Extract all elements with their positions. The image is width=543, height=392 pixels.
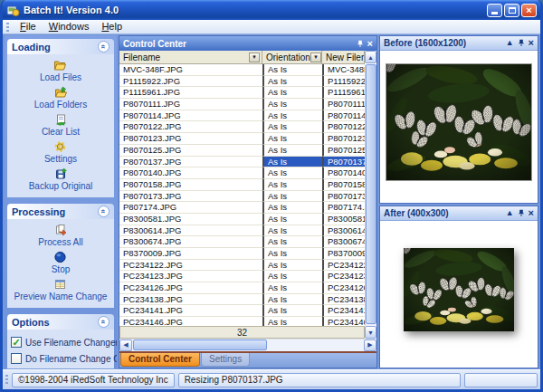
cell-new-filename[interactable]: PC234126.JPG	[322, 282, 365, 294]
scroll-right-button[interactable]: ▶	[364, 339, 376, 351]
cell-filename[interactable]: P8070122.JPG	[119, 121, 262, 133]
load-folders-button[interactable]: Load Folders	[34, 86, 87, 110]
checkbox-icon[interactable]: ✓	[11, 353, 22, 364]
cell-filename[interactable]: P8070111.JPG	[119, 99, 262, 110]
option-use-filename-changer[interactable]: ✓ Use Filename Changer	[11, 337, 117, 348]
scroll-left-button[interactable]: ◀	[119, 339, 132, 351]
stop-button[interactable]: Stop	[52, 251, 71, 274]
cell-new-filename[interactable]: PC234146.JPG	[322, 317, 365, 326]
cell-new-filename[interactable]: MVC-348F.JPG	[322, 64, 365, 76]
vertical-scrollbar-thumb[interactable]	[366, 64, 376, 324]
backup-original-button[interactable]: Backup Original	[29, 167, 93, 191]
close-button[interactable]: ×	[521, 4, 537, 17]
chevron-up-icon[interactable]: «	[98, 206, 110, 217]
cell-orientation[interactable]: As Is	[262, 110, 322, 122]
cell-filename[interactable]: PC234126.JPG	[119, 282, 262, 294]
cell-new-filename[interactable]: PC234141.JPG	[322, 305, 365, 317]
cell-new-filename[interactable]: P8070137.JPG	[322, 157, 365, 168]
scroll-down-button[interactable]: ▼	[365, 326, 376, 339]
menu-help[interactable]: Help	[95, 20, 129, 33]
column-header-new-filename[interactable]: New Filename	[322, 51, 365, 64]
pin-icon[interactable]	[518, 39, 525, 47]
table-row[interactable]: P1115922.JPGAs IsP1115922.JPG	[119, 76, 365, 88]
cell-new-filename[interactable]: P8070111.JPG	[322, 99, 365, 110]
menu-file[interactable]: File	[14, 20, 43, 33]
option-do-filename-change-only[interactable]: ✓ Do Filename Change Only	[11, 353, 117, 364]
column-header-filename[interactable]: Filename ▼	[119, 51, 262, 64]
table-row[interactable]: P8070111.JPGAs IsP8070111.JPG	[119, 99, 365, 110]
cell-orientation[interactable]: As Is	[262, 87, 322, 99]
scroll-up-button[interactable]: ▲	[365, 51, 376, 63]
table-row[interactable]: P8070122.JPGAs IsP8070122.JPG	[119, 121, 365, 133]
cell-orientation[interactable]: As Is	[262, 305, 322, 317]
cell-new-filename[interactable]: P8070125.JPG	[322, 145, 365, 157]
cell-filename[interactable]: P8070140.JPG	[119, 167, 262, 179]
menubar-grip[interactable]	[6, 23, 9, 32]
section-processing-header[interactable]: Processing «	[7, 204, 114, 219]
settings-button[interactable]: Settings	[44, 140, 77, 164]
cell-filename[interactable]: P8070137.JPG	[119, 157, 262, 168]
cell-new-filename[interactable]: P807174.JPG	[322, 202, 365, 214]
cell-filename[interactable]: PC234122.JPG	[119, 260, 262, 272]
cell-orientation[interactable]: As Is	[262, 121, 322, 133]
collapse-icon[interactable]: ▲	[506, 39, 514, 47]
cell-new-filename[interactable]: P8070158.JPG	[322, 179, 365, 191]
cell-orientation[interactable]: As Is	[262, 236, 322, 248]
table-row[interactable]: PC234141.JPGAs IsPC234141.JPG	[119, 305, 365, 317]
cell-filename[interactable]: P8070125.JPG	[119, 145, 262, 157]
table-row[interactable]: P8070173.JPGAs IsP8070173.JPG	[119, 191, 365, 203]
cell-orientation[interactable]: As Is	[262, 225, 322, 237]
cell-new-filename[interactable]: P8370009.JPG	[322, 248, 365, 260]
cell-new-filename[interactable]: P8070114.JPG	[322, 110, 365, 122]
section-loading-header[interactable]: Loading «	[7, 39, 114, 54]
cell-orientation[interactable]: As Is	[262, 317, 322, 326]
cell-filename[interactable]: P8300581.JPG	[119, 214, 262, 225]
cell-new-filename[interactable]: P8070123.JPG	[322, 133, 365, 145]
cell-orientation[interactable]: As Is	[262, 248, 322, 260]
cell-orientation[interactable]: As Is	[262, 260, 322, 272]
cell-new-filename[interactable]: P1115961.JPG	[322, 87, 365, 99]
cell-filename[interactable]: P1115961.JPG	[119, 87, 262, 99]
cell-orientation[interactable]: As Is	[262, 157, 322, 168]
cell-new-filename[interactable]: P8300581.JPG	[322, 214, 365, 225]
cell-orientation[interactable]: As Is	[262, 99, 322, 110]
table-row[interactable]: P8070123.JPGAs IsP8070123.JPG	[119, 133, 365, 145]
table-row[interactable]: PC234123.JPGAs IsPC234123.JPG	[119, 271, 365, 282]
cell-orientation[interactable]: As Is	[262, 282, 322, 294]
table-row[interactable]: P8070158.JPGAs IsP8070158.JPG	[119, 179, 365, 191]
cell-orientation[interactable]: As Is	[262, 202, 322, 214]
cell-orientation[interactable]: As Is	[262, 294, 322, 306]
horizontal-scrollbar-thumb[interactable]	[133, 339, 267, 350]
table-row[interactable]: P8070137.JPGAs IsP8070137.JPG	[119, 157, 365, 168]
cell-new-filename[interactable]: P8070140.JPG	[322, 167, 365, 179]
cell-new-filename[interactable]: PC234138.JPG	[322, 294, 365, 306]
table-row[interactable]: PC234146.JPGAs IsPC234146.JPG	[119, 317, 365, 326]
cell-orientation[interactable]: As Is	[262, 76, 322, 88]
cell-filename[interactable]: P8070114.JPG	[119, 110, 262, 122]
table-row[interactable]: MVC-348F.JPGAs IsMVC-348F.JPG	[119, 64, 365, 76]
cell-orientation[interactable]: As Is	[262, 133, 322, 145]
cell-filename[interactable]: PC234123.JPG	[119, 271, 262, 282]
minimize-button[interactable]	[487, 4, 502, 17]
menu-windows[interactable]: Windows	[43, 20, 96, 33]
table-row[interactable]: P807174.JPGAs IsP807174.JPG	[119, 202, 365, 214]
table-row[interactable]: P8070140.JPGAs IsP8070140.JPG	[119, 167, 365, 179]
table-row[interactable]: P1115961.JPGAs IsP1115961.JPG	[119, 87, 365, 99]
cell-orientation[interactable]: As Is	[262, 179, 322, 191]
tab-control-center[interactable]: Control Center	[120, 353, 200, 367]
cell-filename[interactable]: PC234141.JPG	[119, 305, 262, 317]
clear-list-button[interactable]: Clear List	[42, 113, 80, 137]
cell-new-filename[interactable]: PC234123.JPG	[322, 271, 365, 282]
table-row[interactable]: P8070114.JPGAs IsP8070114.JPG	[119, 110, 365, 122]
close-icon[interactable]: ×	[529, 39, 534, 47]
table-row[interactable]: P8300674.JPGAs IsP8300674.JPG	[119, 236, 365, 248]
process-all-button[interactable]: Process All	[38, 224, 82, 247]
cell-orientation[interactable]: As Is	[262, 214, 322, 225]
table-row[interactable]: P8300581.JPGAs IsP8300581.JPG	[119, 214, 365, 225]
table-row[interactable]: P8370009.JPGAs IsP8370009.JPG	[119, 248, 365, 260]
cell-orientation[interactable]: As Is	[262, 145, 322, 157]
cell-new-filename[interactable]: P1115922.JPG	[322, 76, 365, 88]
cell-new-filename[interactable]: P8070122.JPG	[322, 121, 365, 133]
cell-orientation[interactable]: As Is	[262, 167, 322, 179]
load-files-button[interactable]: Load Files	[40, 59, 81, 82]
